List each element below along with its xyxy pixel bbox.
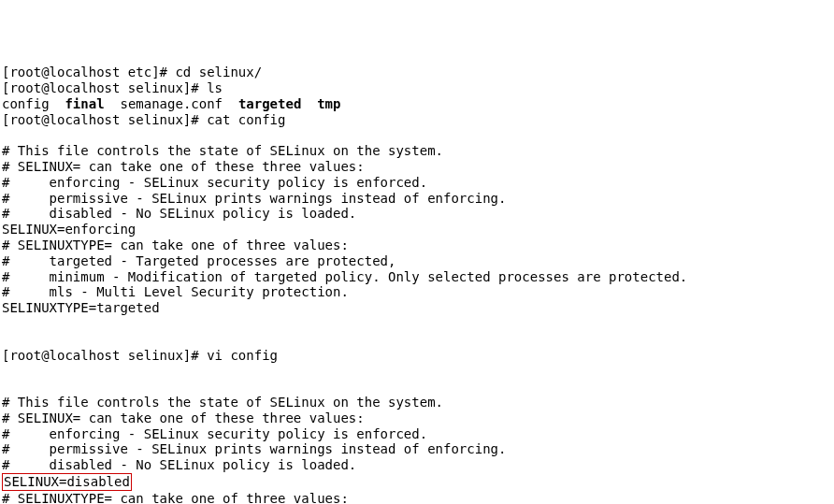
command-cat: cat config [207, 112, 285, 127]
ls-output-config: config [2, 96, 65, 111]
config-comment: # SELINUXTYPE= can take one of three val… [2, 238, 349, 252]
config-selinux-setting: SELINUX=enforcing [2, 222, 136, 237]
config-comment: # permissive - SELinux prints warnings i… [2, 191, 506, 206]
ls-output-final: final [65, 96, 104, 111]
config-comment: # permissive - SELinux prints warnings i… [2, 441, 506, 456]
command-ls: ls [207, 80, 223, 95]
ls-output-targeted: targeted [238, 96, 301, 111]
config-selinux-disabled-highlight: SELINUX=disabled [2, 473, 132, 491]
config-comment: # SELINUX= can take one of these three v… [2, 159, 365, 174]
config-comment: # minimum - Modification of targeted pol… [2, 269, 687, 284]
config-comment: # This file controls the state of SELinu… [2, 143, 443, 158]
ls-output-semanage: semanage.conf [105, 96, 238, 111]
config-comment: # targeted - Targeted processes are prot… [2, 253, 395, 268]
config-comment: # disabled - No SELinux policy is loaded… [2, 206, 356, 221]
config-comment: # mls - Multi Level Security protection. [2, 284, 349, 299]
prompt: [root@localhost etc]# [2, 65, 175, 79]
config-selinuxtype-setting: SELINUXTYPE=targeted [2, 300, 167, 315]
config-comment: # SELINUXTYPE= can take one of three val… [2, 491, 349, 504]
config-comment: # disabled - No SELinux policy is loaded… [2, 457, 356, 472]
prompt: [root@localhost selinux]# [2, 348, 207, 363]
prompt: [root@localhost selinux]# [2, 80, 207, 95]
ls-output-gap [301, 96, 317, 111]
prompt: [root@localhost selinux]# [2, 112, 207, 127]
config-comment: # This file controls the state of SELinu… [2, 395, 443, 410]
terminal-output: [root@localhost etc]# cd selinux/ [root@… [2, 65, 832, 504]
config-comment: # enforcing - SELinux security policy is… [2, 175, 427, 190]
command-cd: cd selinux/ [175, 65, 262, 79]
ls-output-tmp: tmp [317, 96, 340, 111]
command-vi: vi config [207, 348, 278, 363]
config-comment: # SELINUX= can take one of these three v… [2, 410, 365, 425]
config-comment: # enforcing - SELinux security policy is… [2, 426, 427, 441]
